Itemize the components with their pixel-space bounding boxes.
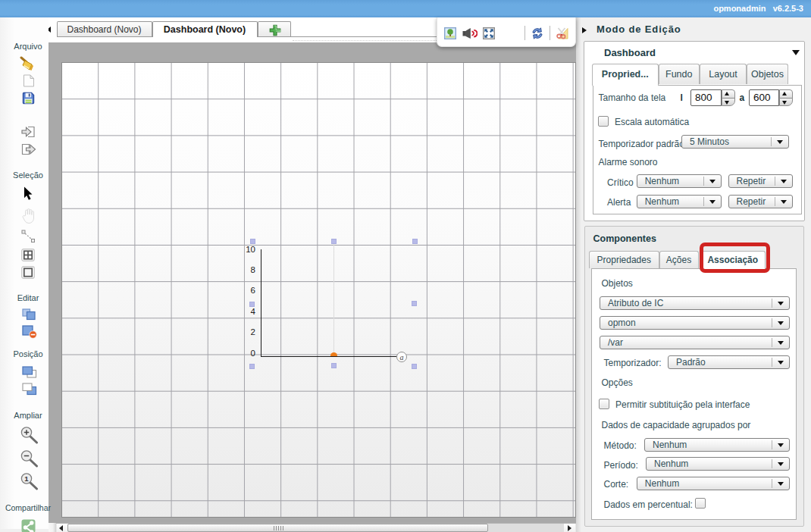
svg-text:1: 1 — [24, 474, 29, 482]
